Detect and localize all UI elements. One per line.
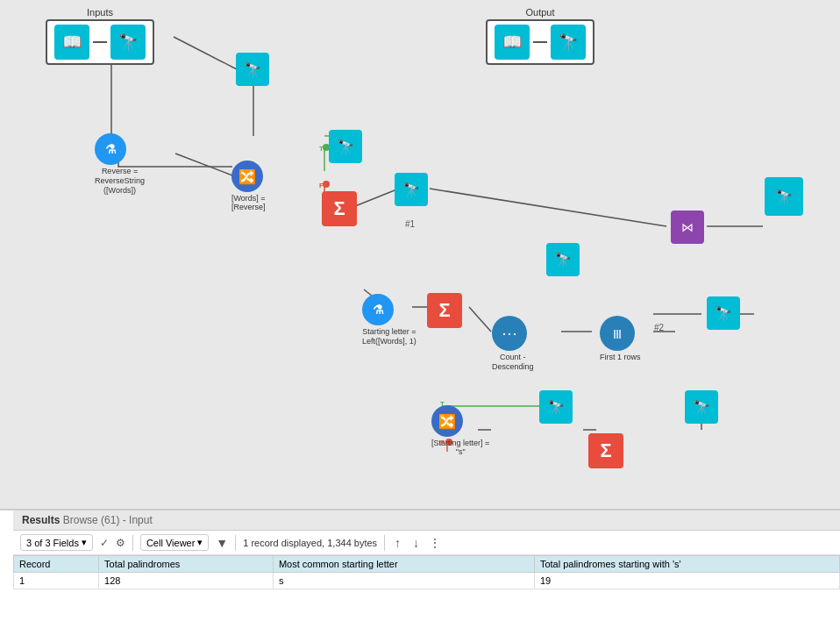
formula2-node: ⚗ Starting letter =Left([Words], 1) xyxy=(362,294,416,346)
cell-record: 1 xyxy=(14,573,99,589)
browse-sort[interactable]: 🔭 xyxy=(546,243,580,276)
sample-label: First 1 rows xyxy=(600,353,641,361)
results-toolbar: 3 of 3 Fields ▾ ✓ ⚙ Cell Viewer ▾ ▼ 1 re… xyxy=(13,531,840,555)
check-icon: ✓ xyxy=(100,537,109,549)
sample-icon[interactable]: ||| xyxy=(600,316,635,351)
inputs-container: Inputs 📖 🔭 xyxy=(46,7,154,65)
col-record: Record xyxy=(14,556,99,573)
inputs-browse-icon[interactable]: 🔭 xyxy=(110,25,146,60)
viewer-button[interactable]: Cell Viewer ▾ xyxy=(140,534,209,551)
divider-2 xyxy=(235,535,236,551)
results-header: Results Browse (61) - Input xyxy=(13,510,840,531)
output-browse-icon[interactable]: 🔭 xyxy=(551,25,586,60)
inputs-read-icon[interactable]: 📖 xyxy=(54,25,89,60)
union1-node[interactable]: ⋈ xyxy=(671,211,704,244)
output-read-icon[interactable]: 📖 xyxy=(495,25,530,60)
sort-label: Count -Descending xyxy=(492,353,534,372)
summarize3-node[interactable]: Σ xyxy=(588,433,623,468)
results-table: Record Total palindromes Most common sta… xyxy=(13,555,840,589)
browse-sample[interactable]: 🔭 xyxy=(707,296,740,330)
browse-filter-t[interactable]: 🔭 xyxy=(329,130,362,163)
union2-label: #2 xyxy=(654,323,664,332)
browse-filter2-t[interactable]: 🔭 xyxy=(539,390,573,424)
svg-point-25 xyxy=(323,181,330,188)
up-arrow-button[interactable]: ↑ xyxy=(392,536,403,550)
cell-total-palindromes: 128 xyxy=(99,573,274,589)
filter1-icon[interactable]: 🔀 xyxy=(231,161,263,192)
sample-node: ||| First 1 rows xyxy=(600,316,641,361)
down-arrow-button[interactable]: ↓ xyxy=(410,536,422,550)
filter2-icon[interactable]: 🔀 xyxy=(431,405,463,437)
filter2-t-label: T xyxy=(440,400,445,408)
results-subtitle: Browse (61) - Input xyxy=(63,514,153,526)
divider-1 xyxy=(132,535,133,551)
filter2-f-label: F xyxy=(440,439,445,446)
browse-union-out[interactable]: 🔭 xyxy=(765,177,803,216)
sort-node: ⋯ Count -Descending xyxy=(492,316,534,372)
svg-line-6 xyxy=(430,189,666,226)
cell-total-starting-s: 19 xyxy=(534,573,839,589)
filter1-node: 🔀 [Words] =[Reverse] xyxy=(231,161,266,211)
browse-sum3[interactable]: 🔭 xyxy=(685,390,718,424)
formula2-label: Starting letter =Left([Words], 1) xyxy=(362,327,416,346)
col-total-starting-s: Total palindromes starting with 's' xyxy=(534,556,839,573)
svg-line-5 xyxy=(355,189,399,206)
viewer-button-label: Cell Viewer xyxy=(146,538,195,548)
canvas-area: Inputs 📖 🔭 Output 📖 🔭 🔭 ⚗ Reverse =Rever… xyxy=(0,0,840,509)
results-panel: Results Browse (61) - Input 3 of 3 Field… xyxy=(0,509,840,621)
record-info: 1 record displayed, 1,344 bytes xyxy=(243,538,377,548)
connections-svg xyxy=(0,0,840,509)
divider-3 xyxy=(384,535,385,551)
formula1-label: Reverse =ReverseString([Words]) xyxy=(95,167,145,195)
sort-icon[interactable]: ⋯ xyxy=(492,316,527,351)
formula1-node: ⚗ Reverse =ReverseString([Words]) xyxy=(95,133,145,195)
output-box: 📖 🔭 xyxy=(486,19,594,65)
settings-icon[interactable]: ⚙ xyxy=(116,537,125,549)
table-row: 1 128 s 19 xyxy=(14,573,840,589)
results-title: Results xyxy=(22,514,60,526)
formula2-icon[interactable]: ⚗ xyxy=(362,294,394,325)
inputs-box: 📖 🔭 xyxy=(46,19,154,65)
filter1-f-label: F xyxy=(319,182,324,189)
filter-icon[interactable]: ▼ xyxy=(216,536,228,550)
fields-chevron: ▾ xyxy=(82,537,87,548)
browse-top[interactable]: 🔭 xyxy=(236,53,269,86)
svg-line-9 xyxy=(469,307,491,332)
union1-label: #1 xyxy=(405,219,415,229)
summarize2-node[interactable]: Σ xyxy=(427,293,462,328)
formula1-icon[interactable]: ⚗ xyxy=(95,133,126,165)
results-table-wrapper: Record Total palindromes Most common sta… xyxy=(13,555,840,589)
col-total-palindromes: Total palindromes xyxy=(99,556,274,573)
viewer-chevron: ▾ xyxy=(197,537,203,548)
svg-line-0 xyxy=(174,37,237,69)
filter1-label: [Words] =[Reverse] xyxy=(231,194,266,211)
fields-button-label: 3 of 3 Fields xyxy=(26,538,79,548)
inputs-label: Inputs xyxy=(46,7,154,18)
fields-button[interactable]: 3 of 3 Fields ▾ xyxy=(20,534,93,551)
filter2-node: 🔀 [Starting letter] ="s" xyxy=(431,405,489,456)
browse-filter-2[interactable]: 🔭 xyxy=(395,173,428,206)
cell-most-common: s xyxy=(273,573,534,589)
more-icon[interactable]: ⋮ xyxy=(429,536,441,550)
svg-line-23 xyxy=(175,153,232,175)
col-most-common: Most common starting letter xyxy=(273,556,534,573)
output-container: Output 📖 🔭 xyxy=(486,7,594,65)
summarize1-node[interactable]: Σ xyxy=(322,191,357,226)
filter1-t-label: T xyxy=(319,145,324,153)
output-label: Output xyxy=(486,7,594,18)
